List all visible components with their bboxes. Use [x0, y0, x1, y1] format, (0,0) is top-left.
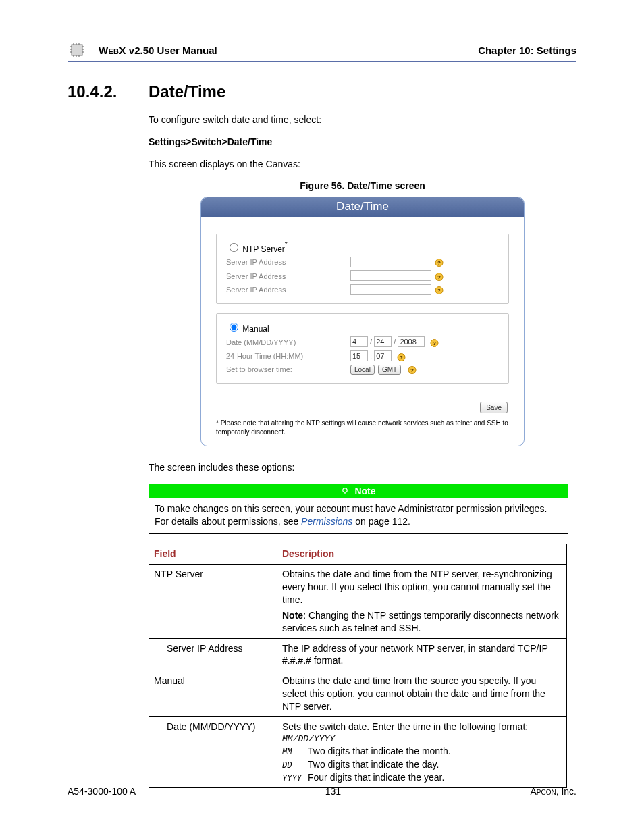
- table-row: NTP Server Obtains the date and time fro…: [149, 565, 567, 638]
- footer-page-number: 131: [325, 786, 341, 797]
- colon: :: [370, 352, 372, 360]
- svg-text:?: ?: [437, 288, 441, 294]
- note-body-post: on page 112.: [352, 516, 410, 527]
- figure-caption: Figure 56. Date/Time screen: [149, 180, 576, 191]
- manual-fieldset: Manual Date (MM/DD/YYYY) / / ?: [216, 313, 509, 384]
- after-figure-text: The screen includes these options:: [149, 461, 576, 474]
- ntp-ip-input-1[interactable]: [350, 257, 431, 267]
- footnote-text: Please note that altering the NTP settin…: [216, 419, 508, 436]
- table-row: Date (MM/DD/YYYY) Sets the switch date. …: [149, 717, 567, 788]
- svg-text:?: ?: [410, 367, 414, 373]
- fmt-text: Two digits that indicate the month.: [308, 746, 451, 756]
- field-cell: NTP Server: [149, 565, 277, 638]
- help-icon[interactable]: ?: [407, 365, 417, 375]
- note-box: Note To make changes on this screen, you…: [149, 484, 568, 534]
- field-cell: Manual: [149, 671, 277, 717]
- date-dd-input[interactable]: [374, 336, 392, 347]
- svg-text:?: ?: [437, 274, 441, 280]
- ntp-fieldset: NTP Server* Server IP Address ? Server I…: [216, 234, 509, 305]
- manual-radio-label: Manual: [242, 324, 269, 334]
- desc-cell: Obtains the date and time from the NTP s…: [277, 565, 567, 638]
- fmt-text: Four digits that indicate the year.: [308, 772, 444, 783]
- section-heading: 10.4.2. Date/Time: [68, 82, 576, 101]
- footnote-asterisk: *: [216, 419, 219, 427]
- desc-cell: Obtains the date and time from the sourc…: [277, 671, 567, 717]
- intro-line2: This screen displays on the Canvas:: [149, 158, 576, 171]
- lightbulb-icon: [341, 486, 349, 497]
- ntp-asterisk: *: [285, 241, 288, 249]
- ntp-ip-input-2[interactable]: [350, 270, 431, 281]
- footer-left: A54-3000-100 A: [68, 786, 136, 797]
- page-header: WebX v2.50 User Manual Chapter 10: Setti…: [68, 41, 576, 62]
- local-button[interactable]: Local: [350, 365, 375, 375]
- note-bold: Note: [282, 610, 303, 621]
- ntp-ip-label-3: Server IP Address: [225, 283, 349, 297]
- help-icon[interactable]: ?: [434, 271, 444, 282]
- date-label: Date (MM/DD/YYYY): [225, 335, 349, 349]
- product-name: WebX: [99, 45, 126, 56]
- note-body: To make changes on this screen, your acc…: [149, 498, 568, 533]
- slash: /: [394, 338, 396, 346]
- help-icon[interactable]: ?: [396, 352, 406, 362]
- help-icon[interactable]: ?: [429, 338, 439, 348]
- panel-footnote: * Please note that altering the NTP sett…: [201, 419, 524, 446]
- version-label: v2.50 User Manual: [129, 45, 217, 56]
- note-header: Note: [149, 484, 568, 498]
- table-row: Manual Obtains the date and time from th…: [149, 671, 567, 717]
- time-mm-input[interactable]: [374, 350, 392, 361]
- header-left: WebX v2.50 User Manual: [99, 45, 478, 56]
- ntp-ip-input-3[interactable]: [350, 284, 431, 295]
- desc-text: Sets the switch date. Enter the time in …: [282, 721, 562, 733]
- header-chapter: Chapter 10: Settings: [478, 45, 576, 56]
- svg-rect-0: [72, 45, 82, 55]
- time-hh-input[interactable]: [350, 350, 368, 361]
- date-mm-input[interactable]: [350, 336, 368, 347]
- help-icon[interactable]: ?: [434, 257, 444, 267]
- note-rest: : Changing the NTP settings temporarily …: [282, 610, 559, 633]
- fmt-code: DD: [282, 760, 308, 771]
- manual-radio[interactable]: [230, 323, 238, 332]
- browser-time-label: Set to browser time:: [225, 363, 349, 377]
- desc-cell: The IP address of your network NTP serve…: [277, 638, 567, 671]
- footer-right: Apcon, Inc.: [530, 786, 576, 797]
- gmt-button[interactable]: GMT: [378, 365, 401, 375]
- settings-path: Settings>Switch>Date/Time: [149, 136, 576, 149]
- field-cell: Server IP Address: [149, 638, 277, 671]
- ntp-radio[interactable]: [230, 243, 238, 252]
- slash: /: [370, 338, 372, 346]
- company-suffix: , Inc.: [556, 786, 576, 797]
- company-name: Apcon: [530, 786, 556, 797]
- table-row: Server IP Address The IP address of your…: [149, 638, 567, 671]
- help-icon[interactable]: ?: [434, 285, 444, 295]
- panel-title: Date/Time: [201, 197, 524, 217]
- svg-text:?: ?: [433, 340, 436, 346]
- fmt-line: MM/DD/YYYY: [282, 733, 562, 746]
- intro-line1: To configure switch date and time, selec…: [149, 113, 576, 126]
- fields-table: Field Description NTP Server Obtains the…: [149, 544, 567, 788]
- ntp-ip-label-1: Server IP Address: [225, 255, 349, 269]
- fmt-code: YYYY: [282, 773, 308, 784]
- fmt-text: Two digits that indicate the day.: [308, 759, 439, 770]
- permissions-link[interactable]: Permissions: [301, 516, 352, 527]
- ntp-ip-label-2: Server IP Address: [225, 269, 349, 283]
- section-title: Date/Time: [149, 82, 225, 101]
- table-header-row: Field Description: [149, 544, 567, 565]
- save-button[interactable]: Save: [480, 402, 508, 413]
- field-cell: Date (MM/DD/YYYY): [149, 717, 277, 788]
- ntp-radio-label: NTP Server: [242, 244, 284, 254]
- fmt-code: MM: [282, 747, 308, 758]
- th-desc: Description: [277, 544, 567, 565]
- desc-text: Obtains the date and time from the NTP s…: [282, 568, 562, 606]
- section-number: 10.4.2.: [68, 82, 149, 101]
- time-label: 24-Hour Time (HH:MM): [225, 349, 349, 363]
- datetime-panel: Date/Time NTP Server* Server IP Address: [200, 197, 525, 447]
- chip-icon: [68, 41, 86, 59]
- desc-cell: Sets the switch date. Enter the time in …: [277, 717, 567, 788]
- svg-point-25: [343, 488, 347, 492]
- page-footer: A54-3000-100 A 131 Apcon, Inc.: [68, 786, 576, 797]
- note-title: Note: [354, 486, 375, 496]
- date-yyyy-input[interactable]: [398, 336, 425, 347]
- svg-text:?: ?: [437, 260, 441, 266]
- svg-text:?: ?: [400, 355, 403, 361]
- th-field: Field: [149, 544, 277, 565]
